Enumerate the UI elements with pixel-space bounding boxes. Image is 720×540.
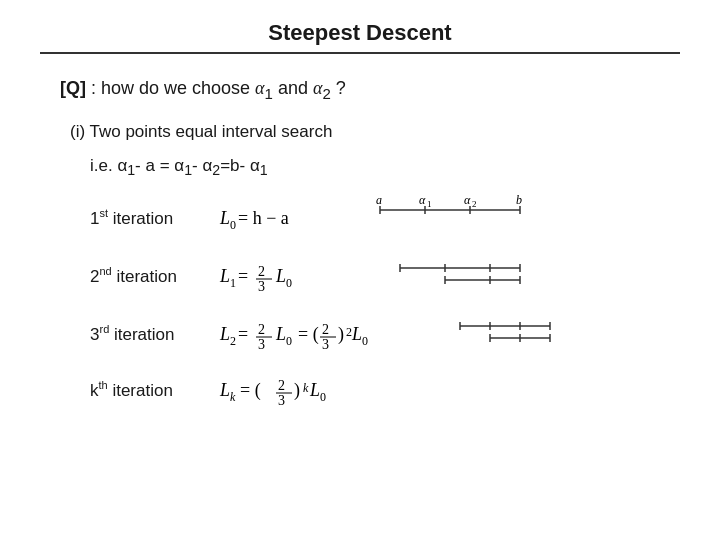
svg-text:α: α — [419, 193, 426, 207]
svg-text:L: L — [351, 324, 362, 344]
diagram-1: a α1 α2 b — [370, 196, 530, 240]
question-line: [Q] : how do we choose α1 and α2 ? — [60, 78, 680, 102]
svg-text:1: 1 — [230, 276, 236, 290]
svg-text:2: 2 — [258, 322, 265, 337]
question-mark: ? — [336, 78, 346, 98]
svg-text:= (: = ( — [298, 324, 319, 345]
formula-1: L 0 = h − a — [220, 202, 330, 234]
formula-3: L 2 = 2 3 L 0 = ( 2 3 ) 2 L 0 — [220, 314, 420, 354]
and-text: and — [278, 78, 313, 98]
alpha2-symbol: α — [313, 78, 322, 98]
diagram-2 — [370, 254, 530, 298]
iter-label-2: 2nd iteration — [90, 265, 220, 287]
section-title: (i) Two points equal interval search — [70, 122, 680, 142]
svg-text:2: 2 — [258, 264, 265, 279]
formula-k: L k = ( 2 3 ) k L 0 — [220, 370, 380, 410]
iter-label-3: 3rd iteration — [90, 323, 220, 345]
svg-text:2: 2 — [278, 378, 285, 393]
svg-text:L: L — [275, 266, 286, 286]
svg-text:0: 0 — [286, 276, 292, 290]
iter-label-1: 1st iteration — [90, 207, 220, 229]
svg-text:= h − a: = h − a — [238, 208, 289, 228]
svg-text:=  (: = ( — [240, 380, 261, 401]
svg-text:k: k — [230, 390, 236, 404]
svg-text:2: 2 — [230, 334, 236, 348]
page: Steepest Descent [Q] : how do we choose … — [0, 0, 720, 540]
svg-text:b: b — [516, 193, 522, 207]
ie-line: i.e. α1- a = α1- α2=b- α1 — [90, 156, 680, 178]
iteration-row-1: 1st iteration L 0 = h − a a α1 α2 b — [90, 196, 680, 240]
svg-text:L: L — [275, 324, 286, 344]
svg-text:3: 3 — [258, 337, 265, 352]
iteration-row-k: kth iteration L k = ( 2 3 ) k L 0 — [90, 370, 680, 410]
svg-text:3: 3 — [278, 393, 285, 408]
iter-sup-1: st — [99, 207, 108, 219]
page-title: Steepest Descent — [268, 20, 451, 46]
svg-text:α: α — [464, 193, 471, 207]
svg-text:L: L — [219, 208, 230, 228]
svg-text:): ) — [338, 324, 344, 345]
svg-text:0: 0 — [320, 390, 326, 404]
svg-text:a: a — [376, 193, 382, 207]
svg-text:): ) — [294, 380, 300, 401]
alpha1-symbol: α — [255, 78, 264, 98]
svg-text:L: L — [219, 324, 230, 344]
question-label: [Q] : how do we choose — [60, 78, 255, 98]
alpha2-sub: 2 — [322, 85, 330, 102]
content: [Q] : how do we choose α1 and α2 ? (i) T… — [40, 78, 680, 410]
diagram-3 — [430, 312, 560, 356]
formula-2: L 1 = 2 3 L 0 — [220, 256, 330, 296]
svg-text:3: 3 — [258, 279, 265, 294]
svg-text:L: L — [309, 380, 320, 400]
iter-label-k: kth iteration — [90, 379, 220, 401]
svg-text:L: L — [219, 380, 230, 400]
svg-text:2: 2 — [322, 322, 329, 337]
alpha1-sub: 1 — [265, 85, 273, 102]
iter-sup-3: rd — [99, 323, 109, 335]
iter-sup-2: nd — [99, 265, 111, 277]
svg-text:=: = — [238, 324, 248, 344]
svg-text:L: L — [219, 266, 230, 286]
iter-sup-k: th — [99, 379, 108, 391]
svg-text:2: 2 — [472, 199, 477, 209]
svg-text:1: 1 — [427, 199, 432, 209]
svg-text:0: 0 — [362, 334, 368, 348]
svg-text:=: = — [238, 266, 248, 286]
iteration-row-2: 2nd iteration L 1 = 2 3 L 0 — [90, 254, 680, 298]
title-underline — [40, 52, 680, 54]
svg-text:3: 3 — [322, 337, 329, 352]
svg-text:0: 0 — [286, 334, 292, 348]
svg-text:0: 0 — [230, 218, 236, 232]
iteration-row-3: 3rd iteration L 2 = 2 3 L 0 = ( 2 3 ) 2 … — [90, 312, 680, 356]
header: Steepest Descent — [40, 20, 680, 54]
svg-text:k: k — [303, 381, 309, 395]
